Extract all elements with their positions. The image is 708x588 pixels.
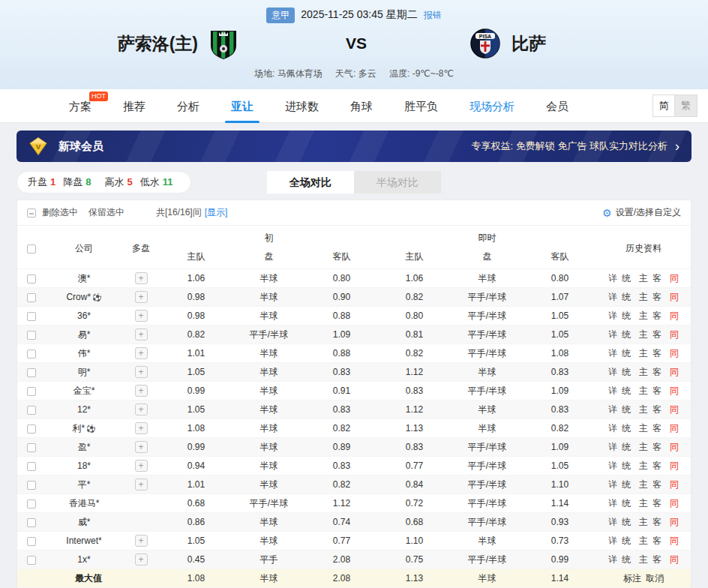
nav-tab[interactable]: 分析 bbox=[177, 89, 200, 123]
company-cell[interactable]: 明* bbox=[46, 363, 122, 382]
history-link-away[interactable]: 客 bbox=[652, 536, 662, 546]
history-link-same[interactable]: 同 bbox=[670, 554, 679, 565]
history-link-stats[interactable]: 统 bbox=[622, 423, 631, 434]
history-link-detail[interactable]: 详 bbox=[608, 367, 617, 377]
history-link-stats[interactable]: 统 bbox=[622, 367, 631, 377]
vip-benefits-link[interactable]: 专享权益: 免费解锁 免广告 球队实力对比分析 › bbox=[472, 140, 680, 153]
history-link-same[interactable]: 同 bbox=[670, 310, 679, 321]
history-link-stats[interactable]: 统 bbox=[622, 498, 631, 508]
multi-odds-button[interactable]: + bbox=[135, 422, 148, 434]
history-link-same[interactable]: 同 bbox=[670, 479, 679, 490]
report-error-link[interactable]: 报错 bbox=[424, 9, 442, 22]
history-link-detail[interactable]: 详 bbox=[608, 554, 617, 565]
history-link-stats[interactable]: 统 bbox=[622, 536, 631, 546]
multi-odds-button[interactable]: + bbox=[135, 310, 148, 322]
history-link-detail[interactable]: 详 bbox=[608, 536, 617, 546]
select-all-checkbox[interactable] bbox=[27, 208, 36, 218]
history-link-home[interactable]: 主 bbox=[639, 367, 648, 377]
multi-odds-button[interactable]: + bbox=[135, 535, 148, 547]
multi-odds-button[interactable]: + bbox=[135, 441, 148, 453]
history-link-home[interactable]: 主 bbox=[639, 292, 648, 302]
row-checkbox[interactable] bbox=[27, 518, 36, 527]
history-link-home[interactable]: 主 bbox=[639, 498, 648, 508]
history-link-same[interactable]: 同 bbox=[670, 348, 679, 358]
row-checkbox[interactable] bbox=[27, 443, 36, 452]
cancel-button[interactable]: 取消 bbox=[646, 573, 664, 584]
vip-banner[interactable]: V 新球会员 专享权益: 免费解锁 免广告 球队实力对比分析 › bbox=[16, 130, 692, 162]
history-link-home[interactable]: 主 bbox=[639, 517, 648, 527]
history-link-detail[interactable]: 详 bbox=[608, 273, 617, 284]
history-link-home[interactable]: 主 bbox=[639, 386, 648, 396]
row-checkbox[interactable] bbox=[27, 368, 36, 377]
row-checkbox[interactable] bbox=[27, 274, 36, 284]
nav-tab[interactable]: 进球数 bbox=[285, 89, 319, 123]
history-link-home[interactable]: 主 bbox=[639, 442, 648, 452]
history-link-away[interactable]: 客 bbox=[652, 273, 662, 284]
row-checkbox[interactable] bbox=[27, 350, 36, 358]
history-link-detail[interactable]: 详 bbox=[608, 329, 617, 340]
nav-tab[interactable]: 现场分析 bbox=[470, 89, 514, 123]
nav-tab[interactable]: 亚让 bbox=[231, 89, 254, 123]
multi-odds-button[interactable]: + bbox=[135, 385, 148, 397]
history-link-home[interactable]: 主 bbox=[639, 329, 648, 340]
history-link-detail[interactable]: 详 bbox=[608, 498, 617, 508]
company-cell[interactable]: 利*⚽ bbox=[46, 419, 122, 438]
history-link-stats[interactable]: 统 bbox=[622, 517, 631, 527]
history-link-detail[interactable]: 详 bbox=[608, 442, 617, 452]
history-link-detail[interactable]: 详 bbox=[608, 348, 617, 358]
row-checkbox[interactable] bbox=[27, 293, 36, 302]
history-link-away[interactable]: 客 bbox=[652, 367, 662, 377]
history-link-detail[interactable]: 详 bbox=[608, 386, 617, 396]
history-link-home[interactable]: 主 bbox=[639, 460, 648, 471]
row-checkbox[interactable] bbox=[27, 537, 36, 546]
history-link-same[interactable]: 同 bbox=[670, 460, 679, 471]
company-cell[interactable]: Interwet* bbox=[46, 532, 122, 550]
row-checkbox[interactable] bbox=[27, 556, 36, 565]
company-cell[interactable]: 1x* bbox=[46, 550, 122, 569]
history-link-detail[interactable]: 详 bbox=[608, 404, 617, 415]
multi-odds-button[interactable]: + bbox=[135, 460, 148, 472]
history-link-home[interactable]: 主 bbox=[639, 536, 648, 546]
history-link-home[interactable]: 主 bbox=[639, 554, 648, 565]
header-checkbox[interactable] bbox=[27, 244, 36, 254]
history-link-detail[interactable]: 详 bbox=[608, 517, 617, 527]
multi-odds-button[interactable]: + bbox=[135, 328, 148, 340]
history-link-detail[interactable]: 详 bbox=[608, 292, 617, 302]
row-checkbox[interactable] bbox=[27, 424, 36, 434]
history-link-detail[interactable]: 详 bbox=[608, 423, 617, 434]
history-link-stats[interactable]: 统 bbox=[622, 329, 631, 340]
view-tab[interactable]: 半场对比 bbox=[354, 171, 441, 194]
row-checkbox[interactable] bbox=[27, 331, 36, 340]
company-cell[interactable]: 平* bbox=[46, 476, 122, 494]
history-link-same[interactable]: 同 bbox=[670, 329, 679, 340]
company-cell[interactable]: 18* bbox=[46, 457, 122, 476]
lang-button[interactable]: 繁 bbox=[675, 94, 698, 117]
history-link-stats[interactable]: 统 bbox=[622, 386, 631, 396]
history-link-same[interactable]: 同 bbox=[670, 367, 679, 377]
nav-tab[interactable]: 角球 bbox=[350, 89, 373, 123]
history-link-stats[interactable]: 统 bbox=[622, 442, 631, 452]
keep-selected-button[interactable]: 保留选中 bbox=[88, 206, 124, 219]
history-link-away[interactable]: 客 bbox=[652, 329, 662, 340]
history-link-stats[interactable]: 统 bbox=[622, 310, 631, 321]
nav-tab[interactable]: 推荐 bbox=[123, 89, 146, 123]
history-link-stats[interactable]: 统 bbox=[622, 554, 631, 565]
company-cell[interactable]: 澳* bbox=[46, 269, 122, 288]
history-link-away[interactable]: 客 bbox=[652, 517, 662, 527]
history-link-home[interactable]: 主 bbox=[639, 348, 648, 358]
history-link-stats[interactable]: 统 bbox=[622, 479, 631, 490]
row-checkbox[interactable] bbox=[27, 462, 36, 471]
history-link-away[interactable]: 客 bbox=[652, 404, 662, 415]
multi-odds-button[interactable]: + bbox=[135, 366, 148, 378]
history-link-stats[interactable]: 统 bbox=[622, 348, 631, 358]
nav-tab[interactable]: 方案HOT bbox=[69, 89, 92, 123]
company-cell[interactable]: 香港马* bbox=[46, 494, 122, 513]
history-link-home[interactable]: 主 bbox=[639, 310, 648, 321]
nav-tab[interactable]: 胜平负 bbox=[404, 89, 438, 123]
multi-odds-button[interactable]: + bbox=[135, 347, 148, 359]
history-link-same[interactable]: 同 bbox=[670, 536, 679, 546]
history-link-home[interactable]: 主 bbox=[639, 273, 648, 284]
company-cell[interactable]: 威* bbox=[46, 513, 122, 532]
row-checkbox[interactable] bbox=[27, 312, 36, 321]
history-link-same[interactable]: 同 bbox=[670, 386, 679, 396]
